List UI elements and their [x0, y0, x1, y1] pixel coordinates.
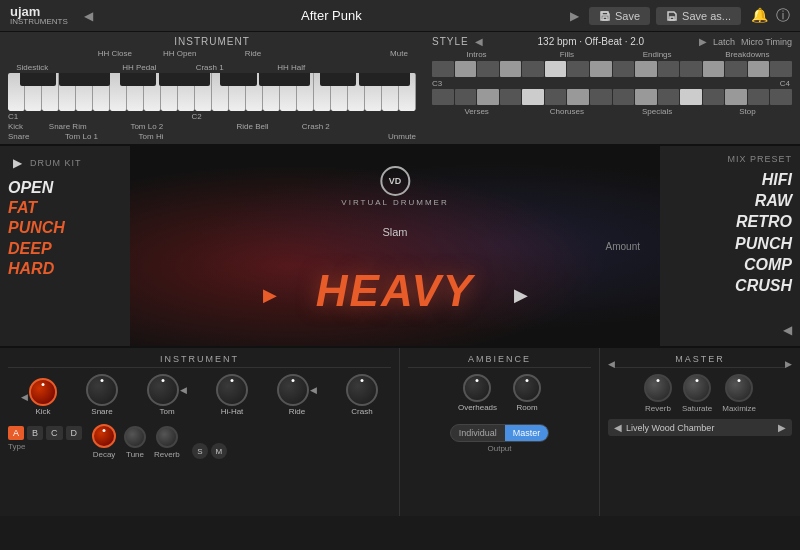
style-pad[interactable]: [748, 89, 770, 105]
style-pad[interactable]: [658, 89, 680, 105]
fader-left-icon[interactable]: ◀: [21, 392, 28, 402]
style-pad[interactable]: [545, 89, 567, 105]
s-btn[interactable]: S: [192, 443, 208, 459]
decay-knob[interactable]: [92, 424, 116, 448]
reverb-knob-item: Reverb: [154, 426, 180, 459]
snare-knob[interactable]: [86, 374, 118, 406]
arrow-right[interactable]: ▶: [514, 284, 528, 306]
style-prev[interactable]: ◀: [475, 36, 483, 47]
breakdowns-label: Breakdowns: [703, 50, 792, 59]
latch-label: Latch: [713, 37, 735, 47]
tom-lo2-label: Tom Lo 2: [130, 122, 163, 131]
m-btn[interactable]: M: [211, 443, 227, 459]
type-b-btn[interactable]: B: [27, 426, 43, 440]
style-pad[interactable]: [522, 89, 544, 105]
style-pad[interactable]: [455, 61, 477, 77]
mix-raw[interactable]: RAW: [668, 191, 792, 210]
kick-knob[interactable]: [29, 378, 57, 406]
style-next[interactable]: ▶: [699, 36, 707, 47]
style-pad[interactable]: [522, 61, 544, 77]
style-pad[interactable]: [770, 61, 792, 77]
master-reverb-knob[interactable]: [644, 374, 672, 402]
ride-label: Ride: [245, 49, 261, 58]
mix-options: HIFI RAW RETRO PUNCH COMP CRUSH: [668, 170, 792, 316]
saturate-knob[interactable]: [683, 374, 711, 402]
style-pad[interactable]: [500, 89, 522, 105]
style-pad[interactable]: [725, 61, 747, 77]
bell-icon[interactable]: 🔔: [751, 7, 768, 25]
kit-hard[interactable]: HARD: [8, 259, 122, 278]
kit-open[interactable]: OPEN: [8, 178, 122, 197]
info-icon[interactable]: ⓘ: [776, 7, 790, 25]
master-btn[interactable]: Master: [505, 425, 549, 441]
room-label: Room: [516, 403, 537, 412]
style-pad[interactable]: [432, 61, 454, 77]
tom-hi-label: Tom Hi: [139, 132, 164, 141]
style-pad[interactable]: [545, 61, 567, 77]
style-pad[interactable]: [455, 89, 477, 105]
style-pad[interactable]: [500, 61, 522, 77]
crash-knob[interactable]: [346, 374, 378, 406]
style-pad[interactable]: [613, 89, 635, 105]
style-pad[interactable]: [567, 89, 589, 105]
individual-btn[interactable]: Individual: [451, 425, 505, 441]
style-pad[interactable]: [590, 89, 612, 105]
play-button[interactable]: ▶: [8, 154, 26, 172]
style-pad[interactable]: [680, 89, 702, 105]
preset-prev-button[interactable]: ◀: [80, 9, 97, 23]
style-pad[interactable]: [432, 89, 454, 105]
kit-fat[interactable]: FAT: [8, 198, 122, 217]
mix-punch[interactable]: PUNCH: [668, 234, 792, 253]
room-knob[interactable]: [513, 374, 541, 402]
ride-knob[interactable]: [277, 374, 309, 406]
overheads-knob[interactable]: [463, 374, 491, 402]
style-pad[interactable]: [477, 89, 499, 105]
output-toggle[interactable]: Individual Master: [450, 424, 550, 442]
save-button[interactable]: Save: [589, 7, 650, 25]
style-pad[interactable]: [658, 61, 680, 77]
save-as-button[interactable]: Save as...: [656, 7, 741, 25]
room-channel: Room: [513, 374, 541, 412]
tom-knob[interactable]: [147, 374, 179, 406]
endings-label: Endings: [613, 50, 702, 59]
vd-circle: VD: [380, 166, 410, 196]
logo-sub: INSTRUMENTS: [10, 18, 68, 26]
chamber-select[interactable]: ◀ Lively Wood Chamber ▶: [608, 419, 792, 436]
ride-arrow-icon[interactable]: ◀: [310, 385, 317, 395]
type-d-btn[interactable]: D: [66, 426, 83, 440]
master-fader-right[interactable]: ▶: [785, 359, 792, 369]
mix-retro[interactable]: RETRO: [668, 212, 792, 231]
mix-hifi[interactable]: HIFI: [668, 170, 792, 189]
style-pad[interactable]: [748, 61, 770, 77]
style-pad[interactable]: [703, 61, 725, 77]
kit-punch[interactable]: PUNCH: [8, 218, 122, 237]
mix-crush[interactable]: CRUSH: [668, 276, 792, 295]
style-pad[interactable]: [477, 61, 499, 77]
type-c-btn[interactable]: C: [46, 426, 63, 440]
inst-reverb-knob[interactable]: [156, 426, 178, 448]
tune-knob[interactable]: [124, 426, 146, 448]
style-pad[interactable]: [613, 61, 635, 77]
mix-arrow-icon[interactable]: ◀: [783, 323, 792, 337]
svg-rect-2: [670, 17, 674, 20]
kit-deep[interactable]: DEEP: [8, 239, 122, 258]
style-pad[interactable]: [725, 89, 747, 105]
master-fader-left[interactable]: ◀: [608, 359, 615, 369]
maximize-knob[interactable]: [725, 374, 753, 402]
style-pad[interactable]: [567, 61, 589, 77]
style-pad[interactable]: [703, 89, 725, 105]
hihat-knob[interactable]: [216, 374, 248, 406]
style-pad[interactable]: [680, 61, 702, 77]
style-pad[interactable]: [770, 89, 792, 105]
arrow-left[interactable]: ▶: [263, 284, 277, 306]
mix-comp[interactable]: COMP: [668, 255, 792, 274]
type-a-btn[interactable]: A: [8, 426, 24, 440]
style-pad[interactable]: [635, 61, 657, 77]
style-pad[interactable]: [635, 89, 657, 105]
specials-label: Specials: [613, 107, 702, 116]
maximize-item: Maximize: [722, 374, 756, 413]
preset-next-button[interactable]: ▶: [566, 9, 583, 23]
style-pad[interactable]: [590, 61, 612, 77]
tom-arrow-icon[interactable]: ◀: [180, 385, 187, 395]
snare-channel: Snare: [86, 374, 118, 416]
